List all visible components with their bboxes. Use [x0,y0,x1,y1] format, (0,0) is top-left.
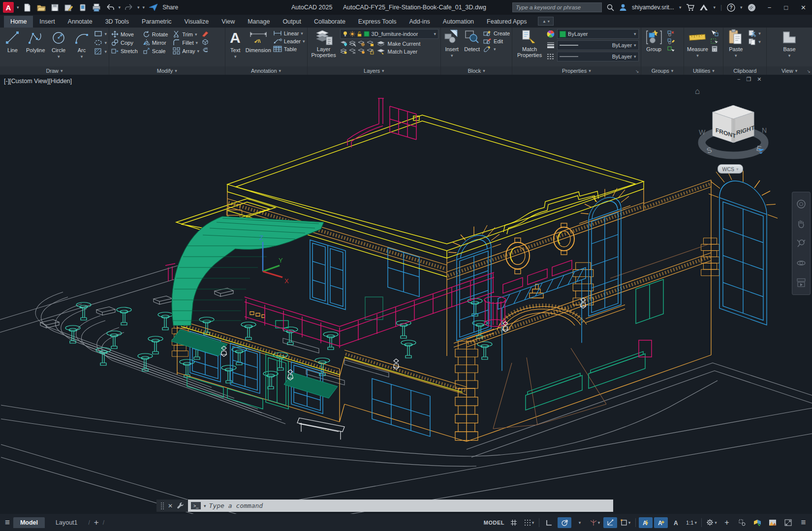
tab-home[interactable]: Home [4,16,33,28]
copy-button[interactable]: Copy [111,39,138,46]
tab-featured-apps[interactable]: Featured Apps [480,16,533,28]
leader-button[interactable]: Leader▾ [273,38,305,44]
object-color-combo[interactable]: ByLayer▾ [557,29,639,39]
tab-annotate[interactable]: Annotate [62,16,99,28]
hatch-button[interactable]: ▾ [94,48,107,55]
make-current-button[interactable]: Make Current [388,41,421,47]
rotate-button[interactable]: Rotate [143,30,168,38]
detect-button[interactable]: Detect [463,29,481,52]
cut-button[interactable]: ▾ [748,30,761,37]
workspace-switching-gear[interactable]: ▾ [705,517,718,528]
isometric-drafting-toggle[interactable]: ▾ [588,517,602,528]
stretch-button[interactable]: Stretch [111,47,138,55]
array-button[interactable]: Array▾ [173,47,199,55]
calculator-button[interactable] [711,46,718,52]
print-icon[interactable] [91,2,102,13]
graphics-performance-badge[interactable] [750,517,764,528]
group-selection-button[interactable] [667,46,675,52]
redo-icon[interactable] [124,2,134,13]
tab-collaborate[interactable]: Collaborate [308,16,352,28]
autodesk-logo-icon[interactable] [699,4,708,11]
text-button[interactable]: A Text▾ [227,29,244,59]
circle-button[interactable]: Circle▾ [48,29,69,59]
tab-automation[interactable]: Automation [437,16,480,28]
drawing-viewport[interactable]: Z Y X [-][Custom View][Hidden] − ❐ ✕ ⌂ S… [0,75,812,514]
erase-button[interactable] [201,30,209,37]
redo-caret-icon[interactable]: ▾ [137,5,140,10]
share-icon[interactable] [148,2,158,13]
close-button[interactable]: ✕ [801,4,806,11]
viewport-controls-label[interactable]: [-][Custom View][Hidden] [4,78,72,85]
layer-properties-button[interactable]: Layer Properties [310,29,338,58]
linetype-combo[interactable]: ByLayer▾ [557,52,639,61]
customization-menu-icon[interactable]: ≡ [796,517,810,528]
command-cli-icon[interactable]: >_ [191,502,201,509]
lineweight-combo[interactable]: ByLayer▾ [557,40,639,50]
panel-label-annotation[interactable]: Annotation▾ [225,66,307,75]
command-close-icon[interactable]: ✕ [168,502,173,509]
match-layer-button[interactable]: Match Layer [388,49,418,55]
panel-label-modify[interactable]: Modify▾ [109,66,225,75]
ellipse-button[interactable]: ▾ [94,39,107,46]
command-palette[interactable]: ✕ >_ ▾ Type a command [156,500,613,512]
measure-button[interactable]: Measure▾ [686,29,709,59]
viewcube[interactable]: S E N W FRONT RIGHT [689,93,778,167]
wcs-dropdown[interactable]: WCS▾ [718,164,743,174]
panel-label-block[interactable]: Block▾ [441,66,512,75]
tab-output[interactable]: Output [276,16,308,28]
panel-label-view[interactable]: View▾ [767,66,812,75]
group-button[interactable]: Group [643,29,665,52]
edit-attributes-button[interactable]: ▾ [483,46,510,52]
help-caret-icon[interactable]: ▾ [740,5,743,10]
group-edit-button[interactable] [667,38,675,44]
navigation-wheel-icon[interactable] [796,199,807,209]
quick-access-customize-icon[interactable]: ▾ [143,5,145,10]
annotation-monitor-plus[interactable]: + [720,517,734,528]
viewcube-menu-icon[interactable] [757,148,765,154]
tab-visualize[interactable]: Visualize [178,16,216,28]
scale-button[interactable]: Scale [143,47,168,55]
model-tab[interactable]: Model [13,517,45,528]
minimize-button[interactable]: − [768,4,772,11]
panel-label-groups[interactable]: Groups▾ [641,66,684,75]
panel-label-properties[interactable]: Properties▾ [512,66,641,75]
ribbon-collapse-button[interactable]: ▲▾ [538,17,554,26]
copy-clip-button[interactable]: ▾ [748,38,761,45]
tab-express-tools[interactable]: Express Tools [352,16,403,28]
tab-manage[interactable]: Manage [241,16,276,28]
insert-button[interactable]: Insert▾ [443,29,461,59]
offset-button[interactable] [201,47,209,54]
undo-caret-icon[interactable]: ▾ [119,5,121,10]
properties-launcher-icon[interactable]: ↘ [635,69,639,74]
new-file-icon[interactable] [22,2,33,13]
layout1-tab[interactable]: Layout1 [49,517,84,528]
command-customize-wrench-icon[interactable] [177,502,184,509]
layer-select-combo[interactable]: 3D_furniture-indoor ▾ [340,29,439,39]
viewport-restore-icon[interactable]: ❐ [746,76,751,83]
ungroup-button[interactable] [667,30,675,36]
account-name[interactable]: shiyamdev.srit... [632,4,674,11]
annotation-scale-value[interactable]: 1:1▾ [685,517,698,528]
annotation-visibility-toggle[interactable]: A [639,517,653,528]
app-menu-caret-icon[interactable]: ▾ [17,5,19,10]
zoom-extents-icon[interactable] [796,238,807,249]
layout-menu-icon[interactable]: ≡ [5,518,9,528]
table-button[interactable]: Table [273,46,305,52]
autocad-logo-icon[interactable]: A [3,2,14,13]
object-snap-tracking-toggle[interactable] [603,517,617,528]
explode-button[interactable] [201,38,209,45]
panel-label-layers[interactable]: Layers▾ [308,66,441,75]
cart-icon[interactable] [686,4,694,11]
undo-icon[interactable] [105,2,116,13]
dimension-button[interactable]: Dimension [246,29,271,53]
linear-button[interactable]: Linear▾ [273,30,305,36]
base-button[interactable]: Base▾ [778,29,801,59]
snap-mode-toggle[interactable]: ▾ [522,517,536,528]
view-launcher-icon[interactable]: ↘ [807,69,811,74]
viewport-minimize-icon[interactable]: − [737,76,740,83]
hardware-acceleration-badge[interactable] [766,517,780,528]
help-search-input[interactable]: Type a keyword or phrase [512,2,602,12]
autodesk-caret-icon[interactable]: ▾ [713,5,716,10]
quick-calc-select-button[interactable] [711,38,718,44]
ortho-toggle[interactable] [542,517,556,528]
